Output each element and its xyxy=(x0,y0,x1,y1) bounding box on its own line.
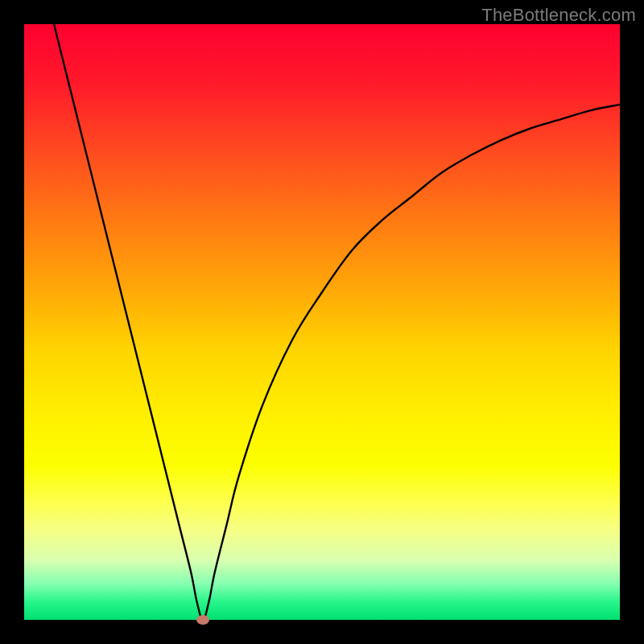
plot-area xyxy=(24,24,620,620)
bottleneck-curve xyxy=(54,24,620,620)
optimum-marker xyxy=(196,615,209,625)
watermark-text: TheBottleneck.com xyxy=(481,5,636,26)
curve-svg xyxy=(24,24,620,620)
chart-stage: TheBottleneck.com xyxy=(0,0,644,644)
